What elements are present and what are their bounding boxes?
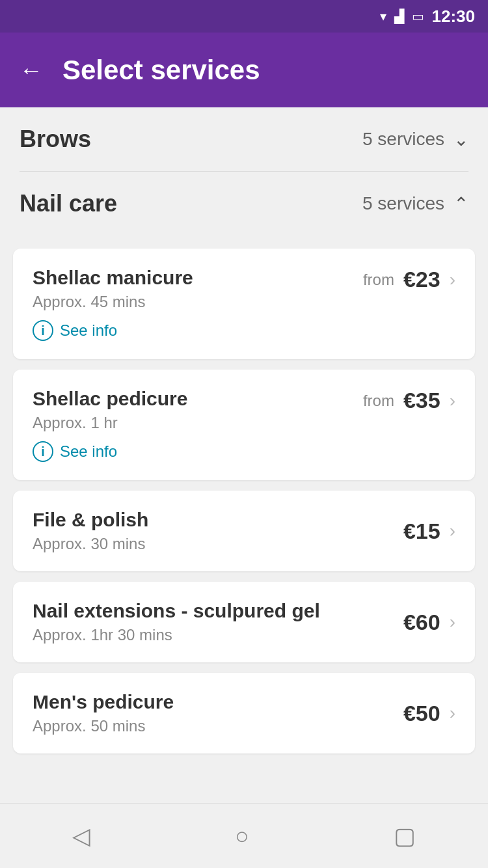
- service-duration: Approx. 50 mins: [33, 717, 403, 735]
- brows-section-meta: 5 services ⌄: [362, 129, 468, 150]
- nail-care-section-title: Nail care: [20, 190, 117, 217]
- service-info-left: Men's pedicure Approx. 50 mins: [33, 691, 403, 735]
- service-price-right: from €35 ›: [363, 388, 455, 413]
- service-card-nail-extensions[interactable]: Nail extensions - sculpured gel Approx. …: [13, 582, 475, 662]
- nav-back-icon[interactable]: ◁: [72, 822, 90, 850]
- service-name: Men's pedicure: [33, 691, 403, 713]
- content-area: Brows 5 services ⌄ Nail care 5 services …: [0, 107, 488, 838]
- service-price: €60: [403, 610, 441, 635]
- info-icon: i: [33, 441, 53, 462]
- service-card-top: Shellac manicure Approx. 45 mins from €2…: [33, 267, 455, 311]
- info-icon: i: [33, 320, 53, 341]
- bottom-nav: ◁ ○ ▢: [0, 803, 488, 868]
- see-info-row[interactable]: i See info: [33, 441, 117, 462]
- service-name: Nail extensions - sculpured gel: [33, 600, 403, 622]
- service-card-shellac-manicure[interactable]: Shellac manicure Approx. 45 mins from €2…: [13, 249, 475, 359]
- app-header: ← Select services: [0, 33, 488, 107]
- brows-chevron-down-icon: ⌄: [454, 129, 468, 150]
- back-button[interactable]: ←: [20, 57, 43, 84]
- service-duration: Approx. 45 mins: [33, 293, 363, 311]
- service-price: €50: [403, 701, 441, 726]
- service-price: €23: [403, 267, 441, 292]
- brows-section-header[interactable]: Brows 5 services ⌄: [0, 107, 488, 171]
- nail-care-section-meta: 5 services ⌃: [362, 193, 468, 215]
- service-duration: Approx. 30 mins: [33, 535, 403, 553]
- service-card-file-polish[interactable]: File & polish Approx. 30 mins €15 ›: [13, 491, 475, 571]
- service-name: Shellac manicure: [33, 267, 363, 289]
- see-info-label: See info: [60, 321, 117, 340]
- service-price: €15: [403, 519, 441, 544]
- brows-section-title: Brows: [20, 126, 91, 153]
- status-bar: ▾ ▟ ▭ 12:30: [0, 0, 488, 33]
- brows-service-count: 5 services: [362, 129, 444, 150]
- battery-icon: ▭: [412, 8, 424, 24]
- service-card-shellac-pedicure[interactable]: Shellac pedicure Approx. 1 hr from €35 ›…: [13, 370, 475, 480]
- wifi-icon: ▾: [380, 8, 386, 24]
- service-price-right: €50 ›: [403, 701, 455, 726]
- service-info-left: Nail extensions - sculpured gel Approx. …: [33, 600, 403, 644]
- chevron-right-icon: ›: [450, 612, 455, 632]
- service-card-top: Shellac pedicure Approx. 1 hr from €35 ›: [33, 388, 455, 432]
- service-info-left: Shellac manicure Approx. 45 mins: [33, 267, 363, 311]
- nav-recents-icon[interactable]: ▢: [394, 822, 416, 850]
- nail-care-chevron-up-icon: ⌃: [454, 193, 468, 215]
- signal-icon: ▟: [394, 8, 404, 24]
- service-price-right: €60 ›: [403, 610, 455, 635]
- services-list: Shellac manicure Approx. 45 mins from €2…: [0, 236, 488, 766]
- nail-care-service-count: 5 services: [362, 193, 444, 214]
- chevron-right-icon: ›: [450, 269, 455, 290]
- chevron-right-icon: ›: [450, 390, 455, 411]
- page-title: Select services: [62, 55, 260, 86]
- service-duration: Approx. 1 hr: [33, 414, 363, 432]
- service-name: File & polish: [33, 509, 403, 531]
- service-price: €35: [403, 388, 441, 413]
- service-from-label: from: [363, 271, 394, 289]
- chevron-right-icon: ›: [450, 521, 455, 541]
- service-price-right: €15 ›: [403, 519, 455, 544]
- service-duration: Approx. 1hr 30 mins: [33, 626, 403, 644]
- status-time: 12:30: [432, 7, 476, 27]
- service-info-left: Shellac pedicure Approx. 1 hr: [33, 388, 363, 432]
- service-info-left: File & polish Approx. 30 mins: [33, 509, 403, 553]
- nav-home-icon[interactable]: ○: [235, 822, 249, 850]
- see-info-row[interactable]: i See info: [33, 320, 117, 341]
- see-info-label: See info: [60, 442, 117, 461]
- service-name: Shellac pedicure: [33, 388, 363, 410]
- service-price-right: from €23 ›: [363, 267, 455, 292]
- service-card-mens-pedicure[interactable]: Men's pedicure Approx. 50 mins €50 ›: [13, 673, 475, 753]
- nail-care-section-header[interactable]: Nail care 5 services ⌃: [0, 172, 488, 236]
- service-from-label: from: [363, 392, 394, 410]
- chevron-right-icon: ›: [450, 703, 455, 724]
